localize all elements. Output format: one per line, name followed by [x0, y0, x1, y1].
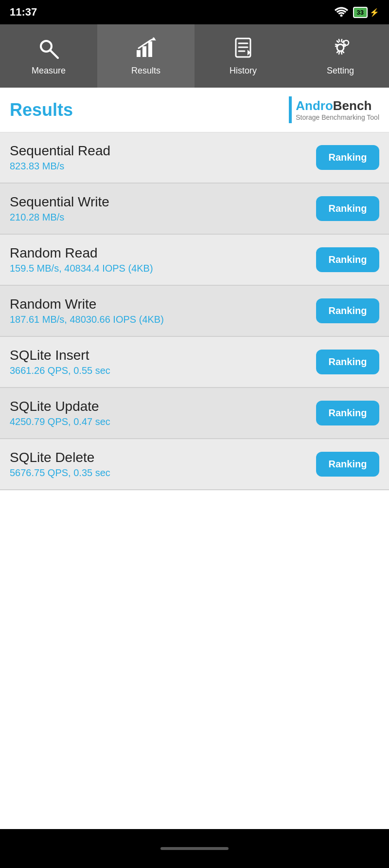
- tab-measure-label: Measure: [32, 66, 66, 76]
- result-value: 187.61 MB/s, 48030.66 IOPS (4KB): [10, 314, 316, 325]
- logo-bar: [289, 96, 292, 123]
- ranking-button[interactable]: Ranking: [316, 145, 379, 170]
- result-info: Random Write 187.61 MB/s, 48030.66 IOPS …: [10, 296, 316, 325]
- result-info: Sequential Read 823.83 MB/s: [10, 143, 316, 172]
- app-logo: AndroBench Storage Benchmarking Tool: [289, 96, 379, 123]
- result-name: SQLite Delete: [10, 450, 316, 465]
- svg-rect-5: [148, 41, 152, 57]
- ranking-button[interactable]: Ranking: [316, 350, 379, 374]
- results-list: Sequential Read 823.83 MB/s Ranking Sequ…: [0, 132, 389, 490]
- tab-history-label: History: [230, 66, 257, 76]
- main-content: Results AndroBench Storage Benchmarking …: [0, 88, 389, 829]
- svg-marker-6: [152, 37, 156, 40]
- tab-history[interactable]: History: [194, 24, 292, 88]
- tab-results[interactable]: Results: [97, 24, 194, 88]
- home-indicator[interactable]: [160, 847, 229, 850]
- result-value: 159.5 MB/s, 40834.4 IOPS (4KB): [10, 263, 316, 274]
- result-name: SQLite Update: [10, 399, 316, 414]
- result-name: Random Write: [10, 296, 316, 312]
- ranking-button[interactable]: Ranking: [316, 401, 379, 425]
- result-value: 3661.26 QPS, 0.55 sec: [10, 365, 316, 376]
- result-item: Random Read 159.5 MB/s, 40834.4 IOPS (4K…: [0, 235, 389, 286]
- result-item: Sequential Write 210.28 MB/s Ranking: [0, 184, 389, 235]
- result-item: SQLite Insert 3661.26 QPS, 0.55 sec Rank…: [0, 337, 389, 388]
- results-header: Results AndroBench Storage Benchmarking …: [0, 88, 389, 132]
- bottom-bar: [0, 829, 389, 868]
- result-info: SQLite Delete 5676.75 QPS, 0.35 sec: [10, 450, 316, 479]
- svg-rect-3: [137, 50, 141, 57]
- status-bar: 11:37 33 ⚡: [0, 0, 389, 24]
- page-title: Results: [10, 100, 73, 120]
- result-name: Random Read: [10, 245, 316, 261]
- tab-setting[interactable]: Setting: [292, 24, 389, 88]
- result-value: 210.28 MB/s: [10, 212, 316, 223]
- charging-icon: ⚡: [370, 8, 379, 17]
- result-item: SQLite Update 4250.79 QPS, 0.47 sec Rank…: [0, 388, 389, 439]
- result-value: 5676.75 QPS, 0.35 sec: [10, 467, 316, 479]
- status-right: 33 ⚡: [335, 6, 379, 19]
- result-info: SQLite Insert 3661.26 QPS, 0.55 sec: [10, 348, 316, 376]
- tab-results-label: Results: [131, 66, 160, 76]
- results-icon: [135, 37, 157, 62]
- logo-text: AndroBench Storage Benchmarking Tool: [296, 98, 379, 121]
- svg-point-12: [337, 44, 344, 51]
- result-info: Random Read 159.5 MB/s, 40834.4 IOPS (4K…: [10, 245, 316, 274]
- result-item: SQLite Delete 5676.75 QPS, 0.35 sec Rank…: [0, 439, 389, 490]
- result-name: Sequential Read: [10, 143, 316, 159]
- result-item: Sequential Read 823.83 MB/s Ranking: [0, 132, 389, 184]
- logo-name: AndroBench: [296, 98, 379, 113]
- tab-setting-label: Setting: [327, 66, 354, 76]
- history-icon: [232, 37, 254, 62]
- ranking-button[interactable]: Ranking: [316, 247, 379, 272]
- tab-measure[interactable]: Measure: [0, 24, 97, 88]
- result-value: 4250.79 QPS, 0.47 sec: [10, 416, 316, 427]
- result-info: SQLite Update 4250.79 QPS, 0.47 sec: [10, 399, 316, 427]
- nav-tabs: Measure Results History: [0, 24, 389, 88]
- svg-rect-4: [142, 46, 146, 57]
- result-item: Random Write 187.61 MB/s, 48030.66 IOPS …: [0, 286, 389, 337]
- result-name: Sequential Write: [10, 194, 316, 210]
- result-name: SQLite Insert: [10, 348, 316, 363]
- measure-icon: [37, 37, 60, 62]
- battery-level: 33: [353, 7, 368, 18]
- battery-container: 33 ⚡: [353, 7, 379, 18]
- result-value: 823.83 MB/s: [10, 161, 316, 172]
- wifi-icon: [335, 6, 348, 19]
- logo-subtitle: Storage Benchmarking Tool: [296, 113, 379, 121]
- setting-icon: [329, 37, 352, 62]
- svg-line-2: [50, 50, 58, 58]
- result-info: Sequential Write 210.28 MB/s: [10, 194, 316, 223]
- svg-point-0: [340, 14, 342, 17]
- ranking-button[interactable]: Ranking: [316, 452, 379, 477]
- ranking-button[interactable]: Ranking: [316, 196, 379, 221]
- time-display: 11:37: [10, 6, 37, 18]
- ranking-button[interactable]: Ranking: [316, 298, 379, 323]
